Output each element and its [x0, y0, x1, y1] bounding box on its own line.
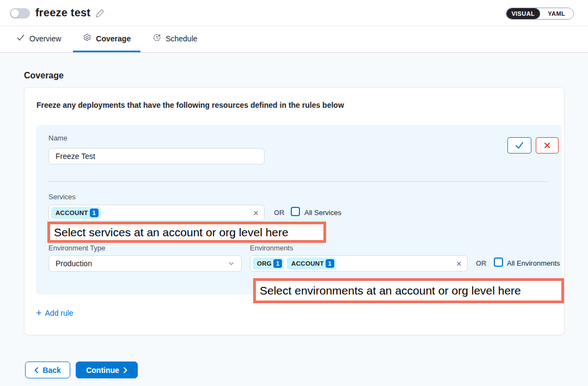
- confirm-rule-button[interactable]: [507, 137, 531, 154]
- page-title: freeze test: [35, 7, 90, 19]
- services-or-label: OR: [274, 209, 285, 217]
- tab-coverage[interactable]: Coverage: [73, 26, 140, 52]
- clock-refresh-icon: [152, 33, 161, 44]
- environments-label: Environments: [250, 244, 293, 252]
- add-rule-label: Add rule: [45, 309, 74, 317]
- tab-coverage-label: Coverage: [96, 34, 131, 43]
- tab-bar: Overview Coverage Schedule: [0, 26, 588, 53]
- chevron-down-icon: [228, 260, 235, 267]
- yaml-toggle-button[interactable]: YAML: [540, 8, 574, 19]
- clear-environments-icon[interactable]: ×: [456, 259, 462, 268]
- services-label: Services: [48, 193, 76, 201]
- check-icon: [16, 33, 25, 44]
- rule-panel: Name Services ACCOUNT 1 × OR All Service…: [36, 125, 562, 295]
- services-annotation: Select services at an account or org lev…: [47, 222, 326, 243]
- continue-button[interactable]: Continue: [76, 362, 138, 378]
- card-description: Freeze any deployments that have the fol…: [36, 101, 344, 109]
- section-title: Coverage: [24, 71, 64, 81]
- all-environments-label: All Environments: [507, 259, 560, 267]
- view-mode-toggle: VISUAL YAML: [506, 8, 574, 20]
- continue-button-label: Continue: [86, 366, 119, 375]
- chevron-left-icon: [34, 367, 39, 373]
- all-environments-checkbox[interactable]: [494, 258, 503, 267]
- gear-icon: [83, 33, 91, 44]
- environments-annotation: Select environments at an account or org…: [253, 278, 564, 303]
- environments-or-label: OR: [476, 259, 487, 267]
- tab-overview-label: Overview: [29, 34, 61, 43]
- rule-name-input[interactable]: [48, 148, 265, 164]
- name-label: Name: [48, 134, 68, 142]
- plus-icon: +: [36, 308, 42, 318]
- delete-rule-button[interactable]: [536, 137, 559, 154]
- environment-tag-text: ACCOUNT: [291, 260, 324, 267]
- service-tag-count-badge: 1: [90, 209, 99, 217]
- service-tag-account[interactable]: ACCOUNT 1: [51, 207, 101, 219]
- services-input[interactable]: ACCOUNT 1 ×: [48, 205, 265, 221]
- service-tag-text: ACCOUNT: [56, 210, 88, 216]
- back-button[interactable]: Back: [25, 362, 70, 378]
- environment-type-value: Production: [56, 259, 92, 268]
- add-rule-button[interactable]: + Add rule: [36, 308, 74, 318]
- chevron-right-icon: [123, 367, 127, 373]
- environment-tag-count-badge: 1: [273, 259, 282, 268]
- back-button-label: Back: [42, 366, 60, 375]
- edit-pencil-icon[interactable]: [96, 8, 105, 17]
- header: freeze test VISUAL YAML: [0, 0, 588, 26]
- all-services-label: All Services: [304, 209, 341, 217]
- app-root: freeze test VISUAL YAML Overview Coverag…: [0, 0, 588, 386]
- environment-tag-count-badge: 1: [326, 259, 334, 268]
- tab-overview[interactable]: Overview: [7, 26, 71, 52]
- divider: [48, 181, 549, 182]
- clear-services-icon[interactable]: ×: [253, 209, 259, 218]
- tab-schedule[interactable]: Schedule: [143, 26, 207, 52]
- freeze-enabled-toggle[interactable]: [10, 8, 30, 19]
- all-services-checkbox[interactable]: [291, 207, 300, 216]
- environment-type-label: Environment Type: [48, 244, 106, 252]
- environment-type-select[interactable]: Production: [48, 255, 242, 272]
- tab-schedule-label: Schedule: [166, 34, 197, 43]
- toggle-knob: [11, 9, 19, 17]
- environment-tag-org[interactable]: ORG 1: [253, 258, 284, 269]
- environments-input[interactable]: ORG 1 ACCOUNT 1 ×: [250, 255, 468, 272]
- environment-tag-text: ORG: [257, 260, 272, 267]
- environment-tag-account[interactable]: ACCOUNT 1: [287, 258, 336, 269]
- visual-toggle-button[interactable]: VISUAL: [506, 8, 540, 19]
